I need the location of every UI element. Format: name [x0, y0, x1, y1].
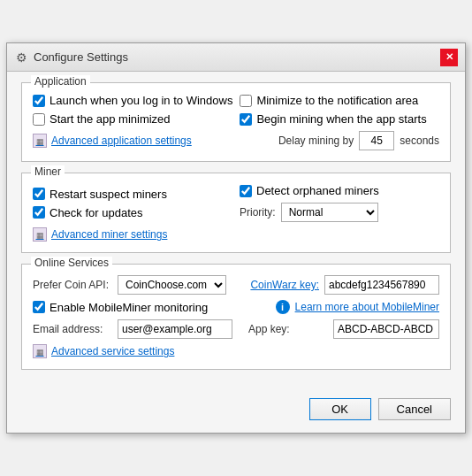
info-icon[interactable]: i [276, 300, 290, 314]
app-col-left: Launch when you log in to Windows Start … [33, 94, 232, 126]
miner-col-right: Detect orphaned miners Priority: Normal … [240, 184, 439, 222]
minimize-notification-label: Minimize to the notification area [256, 94, 418, 107]
restart-suspect-checkbox-label[interactable]: Restart suspect miners [33, 188, 232, 201]
dialog-footer: OK Cancel [7, 391, 465, 433]
email-label: Email address: [33, 323, 112, 335]
learn-more-label: Learn more about MobileMiner [295, 301, 439, 313]
advanced-miner-label: Advanced miner settings [51, 228, 167, 241]
coinwarz-row: CoinWarz key: [233, 275, 439, 295]
learn-more-link[interactable]: Learn more about MobileMiner [295, 301, 439, 313]
advanced-application-link[interactable]: ▦ Advanced application settings [33, 134, 271, 148]
miner-group-label: Miner [31, 165, 65, 178]
detect-orphaned-checkbox-label[interactable]: Detect orphaned miners [240, 184, 439, 197]
learn-more-row: i Learn more about MobileMiner [215, 300, 439, 314]
delay-input[interactable] [359, 131, 394, 150]
detect-orphaned-checkbox[interactable] [240, 185, 252, 197]
title-bar-left: ⚙ Configure Settings [14, 50, 128, 65]
close-button[interactable]: ✕ [440, 49, 458, 66]
advanced-application-label: Advanced application settings [51, 134, 192, 147]
advanced-app-icon: ▦ [33, 134, 47, 148]
app-key-row: App key: [240, 319, 439, 339]
app-key-input[interactable] [333, 319, 439, 339]
priority-select[interactable]: Normal Low High Idle Above Normal Below … [281, 203, 378, 222]
miner-col-left: Restart suspect miners Check for updates [33, 188, 232, 219]
application-group-label: Application [31, 75, 90, 88]
check-updates-checkbox-label[interactable]: Check for updates [33, 206, 232, 219]
miner-row-1: Restart suspect miners Check for updates… [33, 184, 439, 222]
app-advanced-link-container: ▦ Advanced application settings [33, 134, 271, 148]
restart-suspect-label: Restart suspect miners [49, 188, 167, 201]
begin-mining-checkbox[interactable] [240, 113, 252, 126]
application-group-content: Launch when you log in to Windows Start … [33, 94, 439, 150]
begin-mining-label: Begin mining when the app starts [256, 112, 426, 126]
title-bar: ⚙ Configure Settings ✕ [7, 43, 465, 72]
ok-button[interactable]: OK [309, 398, 371, 420]
advanced-service-label: Advanced service settings [51, 345, 174, 357]
start-minimized-label: Start the app minimized [49, 112, 171, 126]
email-input[interactable] [118, 319, 232, 339]
advanced-service-icon: ▦ [33, 344, 47, 358]
content-area: Application Launch when you log in to Wi… [7, 72, 465, 391]
check-updates-checkbox[interactable] [33, 206, 45, 219]
miner-group-content: Restart suspect miners Check for updates… [33, 184, 439, 242]
enable-mobile-checkbox-label[interactable]: Enable MobileMiner monitoring [33, 301, 208, 314]
prefer-api-label: Prefer Coin API: [33, 279, 112, 291]
window-title: Configure Settings [34, 50, 128, 64]
online-group-content: Prefer Coin API: CoinChoose.com CoinWarz… [33, 275, 439, 358]
start-minimized-checkbox-label[interactable]: Start the app minimized [33, 112, 232, 126]
online-row-1: Prefer Coin API: CoinChoose.com CoinWarz… [33, 275, 439, 295]
minimize-notification-checkbox[interactable] [240, 95, 252, 107]
online-row-2: Enable MobileMiner monitoring i Learn mo… [33, 300, 439, 314]
coinwarz-key-link[interactable]: CoinWarz key: [250, 279, 319, 291]
minimize-notification-checkbox-label[interactable]: Minimize to the notification area [240, 94, 439, 107]
delay-row: Delay mining by seconds [278, 131, 439, 150]
miner-advanced-link-container: ▦ Advanced miner settings [33, 227, 439, 242]
detect-orphaned-label: Detect orphaned miners [256, 184, 379, 197]
start-minimized-checkbox[interactable] [33, 113, 45, 126]
prefer-api-select[interactable]: CoinChoose.com CoinWarz.com [118, 275, 226, 295]
check-updates-label: Check for updates [49, 206, 143, 219]
email-row: Email address: [33, 319, 232, 339]
application-group: Application Launch when you log in to Wi… [21, 82, 451, 162]
app-row-1: Launch when you log in to Windows Start … [33, 94, 439, 126]
begin-mining-checkbox-label[interactable]: Begin mining when the app starts [240, 112, 439, 126]
restart-suspect-checkbox[interactable] [33, 188, 45, 200]
advanced-service-link[interactable]: ▦ Advanced service settings [33, 344, 439, 358]
launch-windows-checkbox[interactable] [33, 95, 45, 107]
miner-group: Miner Restart suspect miners Check for u… [21, 173, 451, 253]
priority-row: Priority: Normal Low High Idle Above Nor… [240, 203, 439, 222]
priority-label: Priority: [240, 206, 276, 219]
coin-api-row: Prefer Coin API: CoinChoose.com CoinWarz… [33, 275, 226, 295]
enable-mobile-checkbox[interactable] [33, 301, 45, 313]
app-row-2: ▦ Advanced application settings Delay mi… [33, 131, 439, 150]
launch-windows-label: Launch when you log in to Windows [49, 94, 232, 107]
app-key-label: App key: [248, 323, 328, 335]
delay-label: Delay mining by [278, 134, 354, 147]
online-services-group: Online Services Prefer Coin API: CoinCho… [21, 264, 451, 370]
launch-windows-checkbox-label[interactable]: Launch when you log in to Windows [33, 94, 232, 107]
online-services-group-label: Online Services [31, 257, 112, 269]
service-advanced-link-container: ▦ Advanced service settings [33, 344, 439, 358]
advanced-miner-link[interactable]: ▦ Advanced miner settings [33, 227, 439, 242]
app-col-right: Minimize to the notification area Begin … [240, 94, 439, 126]
enable-mobile-label: Enable MobileMiner monitoring [49, 301, 208, 314]
coinwarz-key-input[interactable] [324, 275, 439, 295]
delay-unit: seconds [400, 134, 439, 147]
advanced-miner-icon: ▦ [33, 227, 47, 242]
cancel-button[interactable]: Cancel [378, 398, 451, 420]
configure-settings-window: ⚙ Configure Settings ✕ Application Launc… [6, 42, 466, 434]
settings-icon: ⚙ [14, 50, 28, 65]
online-row-3: Email address: App key: [33, 319, 439, 339]
